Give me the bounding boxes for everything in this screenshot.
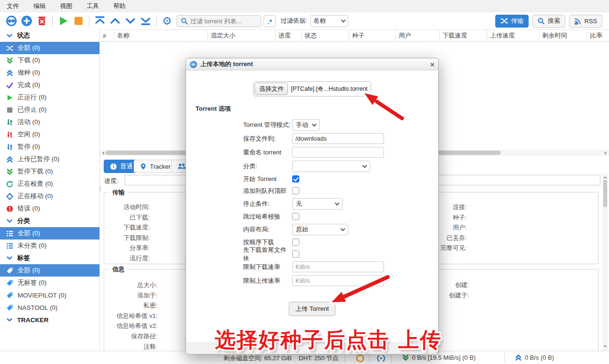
sidebar-header-tracker[interactable]: TRACKER <box>0 314 99 326</box>
sidebar-category-uncategorized[interactable]: 未分类 (0) <box>0 239 99 252</box>
sidebar-item-label: 暂停下载 (0) <box>18 167 53 176</box>
sidebar-header-status[interactable]: 状态 <box>0 29 99 42</box>
scroll-down-icon[interactable] <box>603 345 607 349</box>
sidebar-item-paused[interactable]: 暂停 (0) <box>0 141 99 153</box>
sidebar-item-errored[interactable]: 错误 (0) <box>0 202 99 215</box>
stop-condition-select[interactable]: 无 <box>292 198 343 210</box>
top-priority-icon[interactable] <box>94 15 106 27</box>
limit-download-rate-input[interactable] <box>292 261 384 272</box>
sidebar-header-tags[interactable]: 标签 <box>0 252 99 264</box>
sidebar-item-inactive[interactable]: 空闲 (0) <box>0 128 99 141</box>
tab-trackers[interactable]: Tracker <box>134 160 177 173</box>
sidebar-item-running[interactable]: 正运行 (0) <box>0 91 99 104</box>
increase-priority-icon[interactable] <box>109 15 121 27</box>
sidebar-tag-moviepilot[interactable]: MOVIEPILOT (0) <box>0 289 99 301</box>
dialog-title-bar[interactable]: qb 上传本地的 torrent × <box>186 58 438 70</box>
decrease-priority-icon[interactable] <box>124 15 137 27</box>
sidebar-item-label: MOVIEPILOT (0) <box>18 292 67 299</box>
search-button[interactable]: 搜索 <box>532 15 565 28</box>
sidebar-item-checking[interactable]: 正在检查 (0) <box>0 178 99 190</box>
stop-icon[interactable] <box>72 15 85 27</box>
scrollbar-thumb[interactable] <box>603 180 607 207</box>
skip-hash-check-checkbox[interactable] <box>292 213 299 220</box>
column-header-status[interactable]: 状态 <box>302 30 349 41</box>
up-down-arrows-icon <box>6 131 13 138</box>
settings-gear-icon[interactable]: ⚙ <box>161 15 173 27</box>
limit-upload-rate-input[interactable] <box>292 275 384 286</box>
sidebar-tag-untagged[interactable]: 无标签 (0) <box>0 277 99 289</box>
sidebar-item-download-paused[interactable]: 暂停下载 (0) <box>0 165 99 178</box>
splitter-handle[interactable]: ⋮ <box>97 187 103 190</box>
column-header-number[interactable]: # <box>100 30 114 41</box>
sidebar-item-label: 做种 (0) <box>18 68 40 77</box>
rss-button[interactable]: RSS <box>569 15 602 28</box>
choose-file-button[interactable]: 选择文件 <box>255 83 288 95</box>
add-to-top-label: 添加到队列顶部 <box>243 187 292 195</box>
sequential-download-checkbox[interactable] <box>292 239 299 246</box>
menu-edit[interactable]: 编辑 <box>33 2 46 10</box>
sidebar-item-stopped[interactable]: 已停止 (0) <box>0 104 99 116</box>
resume-icon[interactable] <box>57 15 69 27</box>
sidebar-item-all[interactable]: 全部 (0) <box>0 42 99 54</box>
scroll-up-icon[interactable] <box>603 174 607 178</box>
toolbar-separator <box>89 15 89 27</box>
column-header-down-speed[interactable]: 下载速度 <box>440 30 487 41</box>
column-header-size[interactable]: 选定大小 <box>208 30 275 41</box>
rename-torrent-input[interactable] <box>292 147 384 158</box>
scroll-left-icon[interactable] <box>100 150 106 156</box>
save-path-input[interactable] <box>292 133 384 144</box>
sidebar-item-label: 下载 (0) <box>18 56 40 65</box>
sidebar-category-all[interactable]: 全部 (0) <box>0 227 99 239</box>
add-torrent-link-icon[interactable] <box>5 15 18 27</box>
add-to-top-checkbox[interactable] <box>292 187 299 194</box>
sidebar-header-categories[interactable]: 分类 <box>0 215 99 227</box>
column-header-ratio[interactable]: 比率 <box>587 30 609 41</box>
sidebar-item-downloading[interactable]: 下载 (0) <box>0 54 99 67</box>
menu-file[interactable]: 文件 <box>7 2 19 10</box>
regex-toggle-button[interactable]: .* <box>264 15 276 27</box>
torrent-filter-input[interactable] <box>190 18 252 25</box>
sidebar-tag-all[interactable]: 全部 (0) <box>0 264 99 277</box>
list-icon <box>6 242 13 249</box>
sidebar-item-label: 活动 (0) <box>18 118 40 126</box>
management-mode-select[interactable]: 手动 <box>292 119 320 131</box>
toolbar-separator <box>52 15 53 27</box>
content-layout-select[interactable]: 原始 <box>292 224 348 235</box>
sidebar-item-moving[interactable]: 正在移动 (0) <box>0 190 99 202</box>
column-header-up-speed[interactable]: 上传速度 <box>487 30 540 41</box>
column-header-seeds[interactable]: 种子 <box>349 30 396 41</box>
category-select[interactable] <box>292 161 370 172</box>
delete-icon[interactable] <box>36 15 48 27</box>
vertical-scrollbar[interactable] <box>602 173 608 351</box>
sidebar-item-upload-paused[interactable]: 上传已暂停 (0) <box>0 153 99 165</box>
upload-torrent-button[interactable]: 上传 Torrent <box>289 302 335 316</box>
column-header-name[interactable]: 名称 <box>114 30 208 41</box>
first-last-piece-checkbox[interactable] <box>292 250 299 258</box>
skip-hash-check-label: 跳过哈希校验 <box>243 212 292 221</box>
sidebar-item-completed[interactable]: 完成 (0) <box>0 79 99 91</box>
torrent-filter-search[interactable] <box>177 15 261 27</box>
chevron-down-icon <box>341 226 345 231</box>
connection-status-icon[interactable] <box>377 354 385 363</box>
column-header-peers[interactable]: 用户 <box>396 30 440 41</box>
column-header-eta[interactable]: 剩余时间 <box>540 30 587 41</box>
sidebar-tag-nastool[interactable]: NASTOOL (0) <box>0 301 99 314</box>
sidebar-item-active[interactable]: 活动 (0) <box>0 116 99 128</box>
column-header-progress[interactable]: 进度 <box>275 30 302 41</box>
menu-tools[interactable]: 工具 <box>87 2 99 10</box>
speed-limits-icon[interactable] <box>356 354 364 363</box>
torrent-file-input[interactable]: 选择文件 [PTCafe].[奇...Hstudlo.torrent <box>253 81 371 96</box>
bottom-priority-icon[interactable] <box>139 15 152 27</box>
filter-by-select[interactable]: 名称 <box>310 15 348 27</box>
menu-view[interactable]: 视图 <box>60 2 72 10</box>
sidebar-item-seeding[interactable]: 做种 (0) <box>0 67 99 79</box>
add-torrent-file-icon[interactable] <box>20 15 33 27</box>
scroll-right-icon[interactable] <box>603 150 609 156</box>
transfers-button[interactable]: 传输 <box>495 15 529 28</box>
start-torrent-checkbox[interactable] <box>292 175 299 182</box>
limit-download-rate-label: 限制下载速率 <box>243 263 292 271</box>
download-arrow-icon <box>402 354 409 361</box>
menu-help[interactable]: 帮助 <box>113 2 126 10</box>
shuffle-icon <box>6 45 13 52</box>
close-icon[interactable]: × <box>430 61 434 68</box>
